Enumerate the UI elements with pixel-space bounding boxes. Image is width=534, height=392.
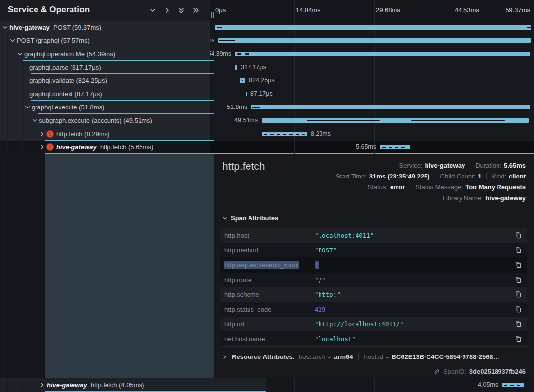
span-name: graphql.parse (317.17μs) [29,64,101,71]
indent-guide [37,127,37,141]
copy-icon[interactable] [515,291,522,298]
attribute-key: http.route [224,276,251,284]
tree-row[interactable]: graphql.validate (824.25μs) [0,74,534,87]
tree-row[interactable]: graphql.parse (317.17μs) [0,61,534,74]
indent-guide [30,114,30,127]
tree-row-selected[interactable]: !hive-gateway http.fetch (5.65ms) [0,141,534,154]
copy-icon[interactable] [515,261,522,269]
panel-resizer[interactable] [210,12,214,18]
indent-guide [15,87,15,101]
service-name: hive-gateway [56,143,97,151]
span-name: hive-gateway http.fetch (4.05ms) [47,381,144,389]
span-title: http.fetch [222,160,265,172]
indent-guide [37,378,37,392]
span-attributes-table: http.host"localhost:4011"http.method"POS… [220,228,527,347]
chevron-right-icon[interactable] [163,7,172,14]
service-name: hive-gateway [9,24,50,31]
indent-guide [22,141,23,154]
span-bar[interactable] [262,118,529,123]
span-name: POST /graphql (57.57ms) [17,37,90,44]
span-bar[interactable] [262,132,307,136]
span-bar[interactable] [215,25,531,30]
meta-label: Status: [368,183,388,191]
span-attributes-title: Span Attributes [231,214,278,222]
chevron-down-icon[interactable] [149,7,157,14]
span-bar[interactable] [380,145,410,149]
attribute-key: http.method [224,247,258,254]
indent-guide [15,141,15,154]
row-border [45,391,266,392]
meta-label: Duration: [475,162,501,169]
chevron-down-icon[interactable] [2,25,8,30]
error-icon: ! [46,130,54,138]
chevron-right-icon [222,355,227,359]
attribute-row: http.status_code429 [220,302,527,317]
attribute-row: http.request.resend_count1 [220,258,527,273]
meta-label: Status Message: [415,183,463,191]
indent-guide [30,141,30,154]
copy-icon[interactable] [515,232,522,239]
span-bar[interactable] [235,65,237,70]
span-id-row: SpanID: 3de02518937fb246 [433,368,526,375]
trace-viewer: hive-gateway POST (59.37ms)POST /graphql… [0,0,534,392]
span-name: hive-gateway POST (59.37ms) [9,24,101,31]
attribute-row: net.host.name"localhost" [220,332,527,346]
chevron-down-icon[interactable] [17,51,23,57]
indent-guide [7,141,8,154]
indent-guide [15,61,15,74]
indent-guide [15,154,15,378]
span-bar[interactable] [502,383,524,387]
span-detail-panel: http.fetch Service:hive-gatewayDuration:… [214,154,534,378]
attribute-key: http.url [224,321,244,328]
copy-icon[interactable] [515,306,522,313]
span-duration-label: 4.05ms [478,381,498,388]
copy-icon[interactable] [515,247,522,254]
attribute-row: http.host"localhost:4011" [220,228,527,243]
attribute-value: "localhost:4011" [315,232,374,239]
span-bar[interactable] [218,38,531,43]
resource-attributes-row[interactable]: Resource Attributes:host.arch=arm64host.… [222,353,499,360]
span-name: graphql.validate (824.25μs) [29,77,107,84]
span-bar[interactable] [240,78,245,83]
bar-self-time-mark [245,53,249,55]
chevron-right-icon[interactable] [39,144,45,150]
tree-row[interactable]: graphql.context (87.17μs) [0,87,534,101]
span-bar[interactable] [251,105,530,109]
indent-guide [15,74,15,87]
equals-sign: = [328,353,332,360]
chevron-down-icon[interactable] [25,105,30,110]
indent-guide [22,378,23,392]
span-bar[interactable] [246,92,247,96]
span-name: graphql.operation Me (54.39ms) [24,50,115,58]
indent-guide [7,47,8,61]
meta-value: error [390,183,405,191]
meta-value: 5.65ms [504,162,526,169]
tree-header: Service & Operation [0,0,210,21]
indent-guide [15,47,15,61]
bar-self-time-mark [307,120,380,121]
indent-guide [7,61,8,74]
chevron-down-icon[interactable] [10,38,15,43]
link-icon[interactable] [433,368,440,375]
span-attributes-header[interactable]: Span Attributes [222,214,278,222]
copy-icon[interactable] [515,276,522,284]
chevron-down-icon[interactable] [32,118,37,123]
chevron-right-icon[interactable] [39,131,45,137]
double-chevron-right-icon[interactable] [192,7,200,14]
attribute-row: http.url"http://localhost:4011/" [220,317,527,332]
ruler-tick: 0μs [215,6,226,14]
bar-self-time-mark [411,120,505,121]
indent-guide [15,101,15,114]
span-name: graphql.execute (51.8ms) [32,104,104,111]
copy-icon[interactable] [515,335,522,343]
indent-guide [15,378,15,392]
span-bar[interactable] [235,52,530,56]
resource-value: BC62E13B-C4CC-5854-9788-2568… [392,353,499,360]
chevron-right-icon[interactable] [39,382,45,388]
double-chevron-down-icon[interactable] [178,7,186,14]
bar-self-time-mark [219,40,235,41]
tree-row-bottom[interactable]: hive-gateway http.fetch (4.05ms) [0,378,266,392]
indent-guide [7,74,8,87]
copy-icon[interactable] [515,321,522,328]
tree-header-title: Service & Operation [8,5,90,15]
